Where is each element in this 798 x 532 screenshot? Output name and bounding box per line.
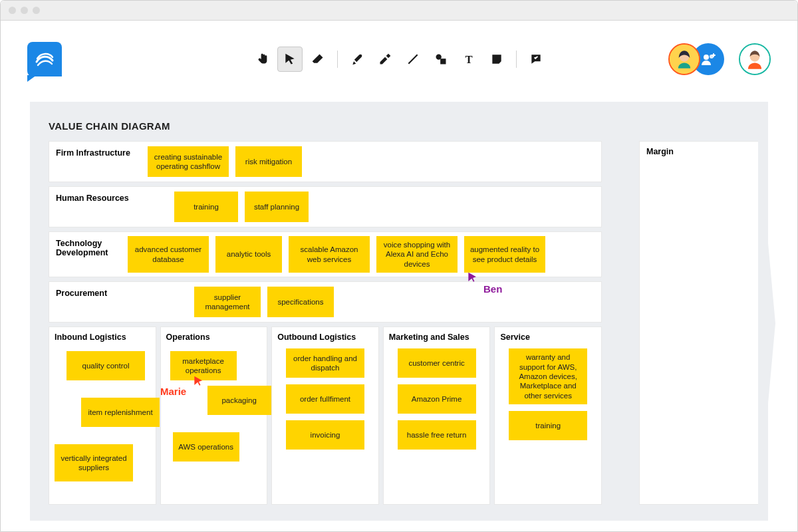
sticky-note[interactable]: Amazon Prime xyxy=(398,384,476,414)
comment-icon xyxy=(529,53,543,66)
support-row-human-resources[interactable]: Human Resources training staff planning xyxy=(49,186,602,227)
hand-icon xyxy=(255,53,269,67)
app-logo[interactable] xyxy=(27,42,62,76)
presence-avatars xyxy=(668,43,771,75)
svg-rect-2 xyxy=(440,59,446,64)
col-label: Outbound Logistics xyxy=(277,332,373,342)
person-icon xyxy=(670,43,699,75)
toolbar-separator xyxy=(516,51,517,68)
person-icon xyxy=(740,43,769,75)
margin-label: Margin xyxy=(646,147,751,156)
brush-icon xyxy=(350,53,364,66)
sticky-note[interactable]: augmented reality to see product details xyxy=(464,236,545,273)
window-dot xyxy=(33,7,40,14)
text-icon: T xyxy=(462,53,475,66)
shape-tool[interactable] xyxy=(428,47,454,72)
margin-panel[interactable]: Margin xyxy=(639,141,759,505)
sticky-note[interactable]: warranty and support for AWS, Amazon dev… xyxy=(509,348,587,404)
sticky-note[interactable]: marketplace operations xyxy=(170,351,237,380)
sticky-note[interactable]: packaging xyxy=(207,386,271,415)
eraser-tool[interactable] xyxy=(305,47,331,72)
collaborator-avatar-ben[interactable] xyxy=(739,43,771,75)
collaborator-avatar-marie[interactable] xyxy=(668,43,700,75)
sticky-note[interactable]: customer centric xyxy=(398,348,476,378)
support-row-firm-infrastructure[interactable]: Firm Infrastructure creating sustainable… xyxy=(49,141,602,182)
comment-tool[interactable] xyxy=(523,47,549,72)
sticky-note[interactable]: voice shopping with Alexa AI and Echo de… xyxy=(376,236,458,273)
window-dot xyxy=(21,7,28,14)
app-header: T xyxy=(1,21,797,97)
whiteboard-canvas[interactable]: VALUE CHAIN DIAGRAM Margin Firm Infrastr… xyxy=(30,102,768,521)
browser-frame: T xyxy=(0,0,798,532)
primary-col-inbound-logistics[interactable]: Inbound Logistics quality control item r… xyxy=(49,327,156,505)
sticky-note[interactable]: specifications xyxy=(267,287,334,317)
brush-tool[interactable] xyxy=(344,47,370,72)
sticky-note[interactable]: scalable Amazon web services xyxy=(289,236,370,273)
sticky-note[interactable]: invoicing xyxy=(286,420,364,450)
primary-activities-row: Inbound Logistics quality control item r… xyxy=(49,327,602,505)
primary-col-service[interactable]: Service warranty and support for AWS, Am… xyxy=(494,327,602,505)
shape-icon xyxy=(434,53,448,66)
sticky-note[interactable]: training xyxy=(509,411,587,440)
cursor-icon xyxy=(283,53,297,66)
sticky-note[interactable]: staff planning xyxy=(245,192,309,222)
col-label: Service xyxy=(500,332,596,342)
row-label: Firm Infrastructure xyxy=(49,146,148,158)
line-tool[interactable] xyxy=(400,47,426,72)
toolbar: T xyxy=(249,47,549,72)
sticky-note[interactable]: AWS operations xyxy=(173,432,239,462)
col-label: Operations xyxy=(166,332,262,342)
primary-col-outbound-logistics[interactable]: Outbound Logistics order handling and di… xyxy=(271,327,379,505)
line-icon xyxy=(406,53,420,66)
sticky-note[interactable]: analytic tools xyxy=(215,236,282,273)
text-tool[interactable]: T xyxy=(456,47,481,72)
sticky-note[interactable]: supplier management xyxy=(194,287,261,317)
col-label: Marketing and Sales xyxy=(389,332,485,342)
cursor-tool[interactable] xyxy=(277,47,303,72)
sticky-note[interactable]: risk mitigation xyxy=(235,146,302,177)
sticky-note[interactable]: creating sustainable operating cashflow xyxy=(148,146,229,177)
sticky-note[interactable]: training xyxy=(174,192,238,222)
sticky-note[interactable]: hassle free return xyxy=(398,420,476,450)
sticky-note[interactable]: quality control xyxy=(66,351,145,380)
logo-swirl-icon xyxy=(34,49,55,70)
hand-tool[interactable] xyxy=(249,47,275,72)
sticky-note[interactable]: vertically integrated suppliers xyxy=(55,444,133,481)
window-dot xyxy=(9,7,16,14)
presence-group xyxy=(668,43,724,75)
eraser-icon xyxy=(311,53,325,66)
primary-col-operations[interactable]: Operations marketplace operations packag… xyxy=(160,327,268,505)
sticky-note-tool[interactable] xyxy=(484,47,509,72)
marker-tool[interactable] xyxy=(372,47,398,72)
sticky-note[interactable]: advanced customer database xyxy=(128,236,209,273)
svg-text:T: T xyxy=(465,53,472,65)
svg-point-6 xyxy=(704,55,709,60)
sticky-note[interactable]: item replenishment xyxy=(81,398,160,427)
diagram-title: VALUE CHAIN DIAGRAM xyxy=(49,120,749,132)
row-label: Human Resources xyxy=(49,191,148,203)
toolbar-separator xyxy=(337,51,338,68)
support-row-procurement[interactable]: Procurement supplier management specific… xyxy=(49,281,602,323)
marker-icon xyxy=(378,53,392,66)
support-row-technology-development[interactable]: Technology Development advanced customer… xyxy=(49,231,602,277)
col-label: Inbound Logistics xyxy=(55,332,150,342)
primary-col-marketing-sales[interactable]: Marketing and Sales customer centric Ama… xyxy=(383,327,491,505)
svg-line-0 xyxy=(408,55,417,63)
browser-titlebar xyxy=(1,1,797,21)
people-plus-icon xyxy=(700,51,716,67)
sticky-note[interactable]: order fullfiment xyxy=(286,384,364,414)
sticky-note[interactable]: order handling and dispatch xyxy=(286,348,364,378)
value-chain-diagram: Margin Firm Infrastructure creating sust… xyxy=(49,141,749,505)
sticky-note-icon xyxy=(490,53,503,66)
row-label: Procurement xyxy=(49,286,148,298)
